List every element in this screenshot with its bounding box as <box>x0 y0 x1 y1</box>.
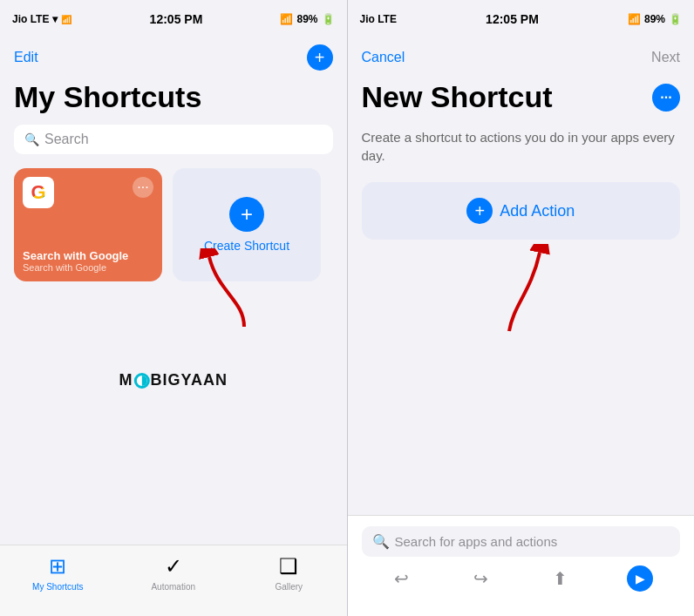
search-icon: 🔍 <box>24 132 39 146</box>
time-right: 12:05 PM <box>486 12 539 26</box>
create-plus-icon: + <box>229 197 264 232</box>
gallery-tab-label: Gallery <box>275 582 303 592</box>
redo-button[interactable]: ↪ <box>468 565 494 592</box>
arrow-right <box>483 244 570 340</box>
page-title-right: New Shortcut ··· <box>348 77 695 121</box>
tab-my-shortcuts[interactable]: ⊞ My Shortcuts <box>0 554 116 592</box>
bottom-toolbar: ↩ ↪ ⬆ ▶ <box>362 565 681 609</box>
tab-bar-left: ⊞ My Shortcuts ✓ Automation ❑ Gallery <box>0 545 347 616</box>
battery-left: 📶 89% 🔋 <box>280 13 334 25</box>
gallery-tab-icon: ❑ <box>279 554 298 579</box>
status-bar-right: Jio LTE 12:05 PM 📶 89% 🔋 <box>348 0 695 38</box>
nav-bar-left: Edit + <box>0 38 347 77</box>
next-button[interactable]: Next <box>651 50 680 65</box>
tab-automation[interactable]: ✓ Automation <box>116 554 232 592</box>
nav-bar-right: Cancel Next <box>348 38 695 77</box>
add-shortcut-button[interactable]: + <box>307 44 333 71</box>
shortcut-card-google[interactable]: G ··· Search with Google Search with Goo… <box>14 168 162 281</box>
status-bar-left: Jio LTE ▾ 📶 12:05 PM 📶 89% 🔋 <box>0 0 347 38</box>
add-action-label: Add Action <box>500 202 575 220</box>
automation-tab-label: Automation <box>151 582 195 592</box>
shortcut-name: Search with Google <box>23 249 153 262</box>
play-button[interactable]: ▶ <box>627 565 653 592</box>
apps-search-placeholder: Search for apps and actions <box>395 534 558 549</box>
left-panel: Jio LTE ▾ 📶 12:05 PM 📶 89% 🔋 Edit + My S… <box>0 0 347 616</box>
tab-gallery[interactable]: ❑ Gallery <box>231 554 347 592</box>
shortcut-header: G ··· <box>23 177 153 208</box>
shortcuts-grid: G ··· Search with Google Search with Goo… <box>0 168 347 281</box>
shortcut-description: Create a shortcut to actions you do in y… <box>348 121 695 182</box>
shortcuts-tab-icon: ⊞ <box>49 554 66 579</box>
carrier-right: Jio LTE <box>360 13 397 25</box>
edit-button[interactable]: Edit <box>14 50 38 65</box>
google-icon: G <box>23 177 54 208</box>
shortcut-more-button[interactable]: ··· <box>133 177 153 198</box>
add-action-button[interactable]: + Add Action <box>362 182 681 240</box>
search-bar[interactable]: 🔍 Search <box>14 125 333 154</box>
cancel-button[interactable]: Cancel <box>362 50 405 65</box>
carrier-left: Jio LTE ▾ 📶 <box>12 13 71 25</box>
add-action-plus-icon: + <box>466 198 493 224</box>
right-panel: Jio LTE 12:05 PM 📶 89% 🔋 Cancel Next New… <box>348 0 695 616</box>
shortcut-subtitle: Search with Google <box>23 262 153 273</box>
bottom-search-area: 🔍 Search for apps and actions ↩ ↪ ⬆ ▶ <box>348 515 695 616</box>
arrow-left <box>192 248 262 335</box>
automation-tab-icon: ✓ <box>165 554 182 579</box>
undo-button[interactable]: ↩ <box>388 565 414 592</box>
battery-right: 📶 89% 🔋 <box>628 13 682 25</box>
apps-search-bar[interactable]: 🔍 Search for apps and actions <box>362 526 681 557</box>
watermark: MBIGYAAN <box>119 371 228 389</box>
search-placeholder: Search <box>44 132 89 147</box>
share-button[interactable]: ⬆ <box>548 565 574 592</box>
search-icon-bottom: 🔍 <box>372 533 390 550</box>
time-left: 12:05 PM <box>150 12 203 26</box>
more-options-button[interactable]: ··· <box>652 84 680 112</box>
shortcuts-tab-label: My Shortcuts <box>32 582 83 592</box>
page-title-left: My Shortcuts <box>0 77 347 125</box>
